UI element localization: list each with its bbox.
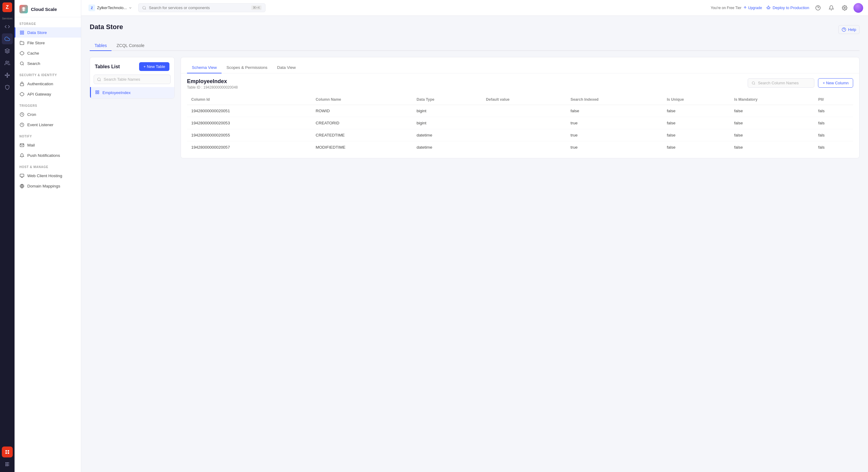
tables-list-panel: Tables List + New Table EmployeeIndex <box>90 57 175 98</box>
user-avatar[interactable] <box>854 3 863 13</box>
sidebar-item-cron[interactable]: Cron <box>14 109 81 119</box>
sidebar-item-web-client-hosting[interactable]: Web Client Hosting <box>14 171 81 181</box>
table-cell-0: 19428000000020051 <box>187 105 312 117</box>
upgrade-label: Upgrade <box>748 6 762 10</box>
sidebar-item-push-notifications[interactable]: Push Notifications <box>14 150 81 160</box>
sidebar-label-api-gateway: API Gateway <box>27 92 51 96</box>
push-notifications-icon <box>20 153 24 158</box>
svg-line-30 <box>23 64 24 65</box>
table-cell-3 <box>482 129 566 141</box>
schema-tabs: Schema View Scopes & Permissions Data Vi… <box>187 62 853 73</box>
col-header-default-value: Default value <box>482 94 566 105</box>
col-header-is-unique: Is Unique <box>662 94 730 105</box>
topbar: Z ZylkerTechnolo... ⌘+K You're on Free T… <box>81 0 868 16</box>
sidebar-item-mail[interactable]: Mail <box>14 140 81 150</box>
rail-bottom-grid-icon[interactable] <box>2 446 13 458</box>
table-cell-0: 19428000000020057 <box>187 141 312 153</box>
table-cell-0: 19428000000020055 <box>187 129 312 141</box>
sidebar-label-cron: Cron <box>27 112 36 117</box>
rail-code-icon[interactable] <box>2 21 13 32</box>
sidebar-label-web-client-hosting: Web Client Hosting <box>27 174 62 178</box>
services-label: Services <box>2 17 13 20</box>
svg-rect-13 <box>5 452 7 454</box>
schema-tab-scopes-permissions[interactable]: Scopes & Permissions <box>221 62 272 73</box>
table-row: 19428000000020055CREATEDTIMEdatetimetrue… <box>187 129 853 141</box>
svg-point-6 <box>9 75 10 76</box>
rail-users-icon[interactable] <box>2 58 13 68</box>
tab-tables[interactable]: Tables <box>90 41 112 51</box>
schema-tab-data-view[interactable]: Data View <box>272 62 300 73</box>
table-search-input[interactable] <box>104 77 167 82</box>
rail-cloud-icon[interactable] <box>2 33 13 44</box>
schema-table-body: 19428000000020051ROWIDbigintfalsefalsefa… <box>187 105 853 153</box>
section-label-storage: STORAGE <box>14 17 81 27</box>
app-logo-icon[interactable]: Z <box>2 2 12 12</box>
section-label-security: SECURITY & IDENTITY <box>14 68 81 79</box>
settings-icon-button[interactable] <box>840 3 849 12</box>
svg-point-1 <box>6 61 7 63</box>
sidebar-item-cache[interactable]: Cache <box>14 48 81 58</box>
table-search-wrapper[interactable] <box>94 75 170 84</box>
schema-content: EmployeeIndex Table ID : 194280000000200… <box>181 73 859 158</box>
table-row: 19428000000020057MODIFIEDTIMEdatetimetru… <box>187 141 853 153</box>
table-search-icon <box>97 77 101 82</box>
svg-point-55 <box>752 82 755 84</box>
topbar-search-bar[interactable]: ⌘+K <box>138 3 266 12</box>
col-header-pii: PII/ <box>814 94 853 105</box>
table-cell-6: false <box>730 141 814 153</box>
table-grid-icon <box>95 90 99 95</box>
svg-point-4 <box>7 77 8 78</box>
sidebar-item-event-listener[interactable]: Event Listener <box>14 119 81 130</box>
rail-dots-icon[interactable] <box>2 459 13 470</box>
table-name-block: EmployeeIndex Table ID : 194280000000200… <box>187 78 238 89</box>
table-list-item-employee-index[interactable]: EmployeeIndex <box>90 87 174 98</box>
svg-rect-18 <box>5 464 6 465</box>
tab-zcql-console[interactable]: ZCQL Console <box>112 41 149 51</box>
sidebar-item-api-gateway[interactable]: API Gateway <box>14 89 81 99</box>
svg-rect-23 <box>8 465 9 466</box>
help-icon-button[interactable] <box>813 3 823 12</box>
table-cell-6: false <box>730 129 814 141</box>
free-tier-label: You're on Free Tier <box>711 6 741 10</box>
sidebar: Cloud Scale STORAGE Data Store File Stor… <box>14 0 81 472</box>
svg-rect-52 <box>98 91 99 92</box>
rail-connect-icon[interactable] <box>2 70 13 81</box>
page-tabs: Tables ZCQL Console <box>90 41 860 51</box>
cron-icon <box>20 112 24 117</box>
deploy-to-production-button[interactable]: Deploy to Production <box>766 5 809 10</box>
table-cell-3 <box>482 105 566 117</box>
workspace-selector[interactable]: Z ZylkerTechnolo... <box>86 3 134 12</box>
workspace-name: ZylkerTechnolo... <box>97 5 127 10</box>
bell-icon-button[interactable] <box>827 3 836 12</box>
upgrade-icon <box>743 6 747 10</box>
rail-analytics-icon[interactable] <box>2 46 13 56</box>
table-cell-5: false <box>662 105 730 117</box>
col-header-is-mandatory: Is Mandatory <box>730 94 814 105</box>
column-search-wrapper[interactable] <box>748 78 814 88</box>
column-search-input[interactable] <box>758 81 810 85</box>
help-button[interactable]: Help <box>838 25 860 34</box>
domain-mappings-icon <box>20 183 24 188</box>
topbar-search-input[interactable] <box>149 5 249 10</box>
data-store-icon <box>20 30 24 35</box>
table-info-header: EmployeeIndex Table ID : 194280000000200… <box>187 78 853 89</box>
page-content: Data Store Help Tables ZCQL Console Tabl… <box>81 16 868 472</box>
table-cell-0: 19428000000020053 <box>187 117 312 129</box>
svg-rect-12 <box>7 450 9 452</box>
new-column-button[interactable]: + New Column <box>818 78 853 88</box>
search-shortcut-label: ⌘+K <box>251 5 262 10</box>
table-cell-1: MODIFIEDTIME <box>312 141 412 153</box>
sidebar-item-data-store[interactable]: Data Store <box>14 27 81 38</box>
upgrade-link[interactable]: Upgrade <box>743 6 762 10</box>
table-cell-2: bigint <box>412 117 482 129</box>
sidebar-item-file-store[interactable]: File Store <box>14 38 81 48</box>
new-table-button[interactable]: + New Table <box>139 62 169 71</box>
svg-point-40 <box>143 6 146 9</box>
sidebar-item-authentication[interactable]: Authentication <box>14 79 81 89</box>
schema-tab-schema-view[interactable]: Schema View <box>187 62 221 73</box>
event-listener-icon <box>20 122 24 127</box>
sidebar-item-domain-mappings[interactable]: Domain Mappings <box>14 181 81 191</box>
sidebar-item-search[interactable]: Search <box>14 58 81 68</box>
svg-rect-11 <box>5 450 7 452</box>
rail-shield-icon[interactable] <box>2 82 13 93</box>
